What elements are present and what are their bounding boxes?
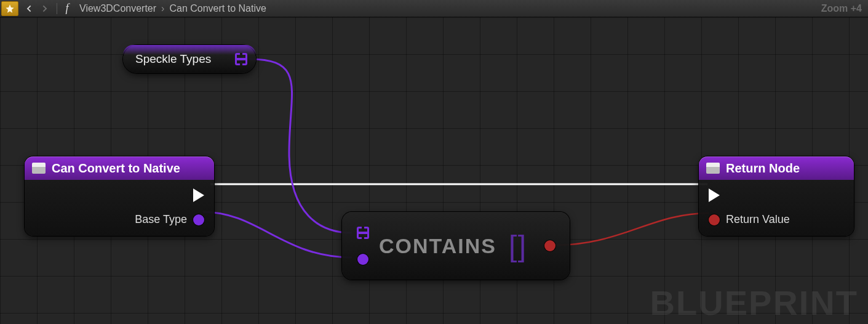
arrow-right-icon bbox=[40, 4, 50, 14]
pin-output-array[interactable] bbox=[235, 53, 247, 65]
wildcard-brackets-icon: [ ] bbox=[509, 229, 522, 263]
blueprint-watermark: BLUEPRINT bbox=[650, 283, 858, 323]
function-entry-icon bbox=[32, 163, 46, 174]
node-header[interactable]: Can Convert to Native bbox=[25, 156, 214, 180]
node-contains[interactable]: CONTAINS [ ] bbox=[342, 212, 570, 280]
node-title: CONTAINS bbox=[379, 234, 496, 258]
pin-exec-out[interactable] bbox=[193, 188, 204, 202]
breadcrumb: View3DConverter › Can Convert to Native bbox=[79, 3, 266, 14]
toolbar: f View3DConverter › Can Convert to Nativ… bbox=[0, 0, 868, 17]
node-variable-get[interactable]: Speckle Types bbox=[123, 45, 256, 73]
function-icon: f bbox=[61, 2, 73, 15]
nav-forward-button[interactable] bbox=[37, 1, 53, 16]
node-function-return[interactable]: Return Node Return Value bbox=[699, 156, 854, 236]
arrow-left-icon bbox=[24, 4, 34, 14]
function-return-icon bbox=[706, 163, 720, 174]
node-header[interactable]: Return Node bbox=[699, 156, 854, 180]
pin-input-array[interactable] bbox=[357, 227, 369, 239]
pin-base-type-out[interactable]: Base Type bbox=[135, 213, 204, 226]
data-pin-icon bbox=[193, 214, 204, 225]
zoom-indicator: Zoom +4 bbox=[821, 3, 862, 14]
exec-pin-icon bbox=[193, 188, 204, 202]
nav-back-button[interactable] bbox=[21, 1, 37, 16]
exec-pin-icon bbox=[709, 188, 720, 202]
node-function-entry[interactable]: Can Convert to Native Base Type bbox=[25, 156, 214, 236]
variable-name: Speckle Types bbox=[135, 52, 211, 66]
data-pin-icon bbox=[709, 214, 720, 225]
pin-input-item[interactable] bbox=[357, 254, 368, 265]
pin-exec-in[interactable] bbox=[709, 188, 790, 202]
favorite-button[interactable] bbox=[1, 1, 18, 16]
pin-return-value-in[interactable]: Return Value bbox=[709, 213, 790, 226]
divider bbox=[57, 3, 57, 14]
breadcrumb-item[interactable]: Can Convert to Native bbox=[169, 3, 266, 14]
chevron-right-icon: › bbox=[161, 3, 164, 14]
node-title: Can Convert to Native bbox=[52, 161, 180, 176]
pin-output-bool[interactable] bbox=[544, 240, 555, 251]
breadcrumb-item[interactable]: View3DConverter bbox=[79, 3, 156, 14]
node-title: Return Node bbox=[726, 161, 800, 176]
star-icon bbox=[5, 4, 15, 14]
pin-label: Base Type bbox=[135, 213, 187, 226]
pin-label: Return Value bbox=[726, 213, 790, 226]
blueprint-graph[interactable]: Speckle Types Can Convert to Native Base… bbox=[0, 17, 868, 324]
